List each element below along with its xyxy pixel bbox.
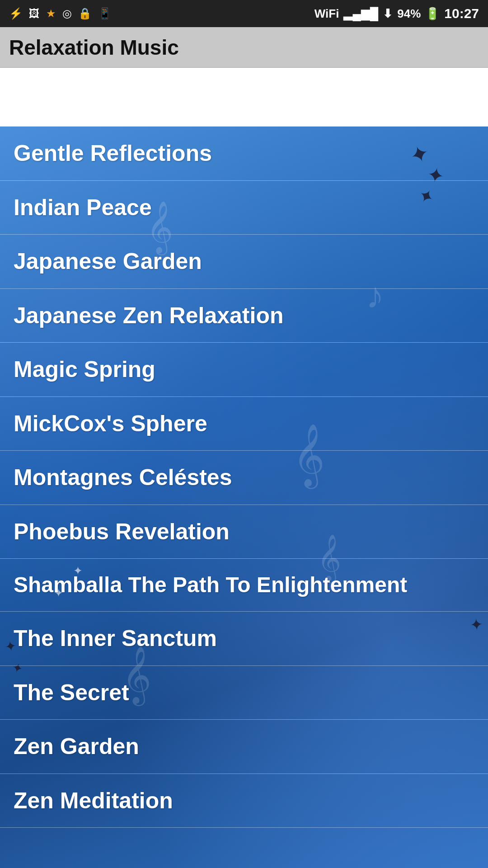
track-title: The Secret [14,680,129,705]
track-title: Magic Spring [14,357,155,382]
status-bar-right: WiFi ▂▄▆█ ⬇ 94% 🔋 10:27 [314,6,479,21]
list-item[interactable]: Phoebus Revelation [0,505,488,559]
track-title: MickCox's Sphere [14,411,207,436]
list-item[interactable]: Gentle Reflections [0,127,488,181]
list-item[interactable]: Indian Peace [0,181,488,235]
track-title: Gentle Reflections [14,141,212,166]
status-bar: ⚡ 🖼 ★ ◎ 🔒 📱 WiFi ▂▄▆█ ⬇ 94% 🔋 10:27 [0,0,488,27]
star-icon: ★ [46,7,56,20]
track-title: Shamballa The Path To Enlightenment [14,573,407,597]
page-title: Relaxation Music [9,35,179,60]
list-item[interactable]: Montagnes Celéstes [0,451,488,505]
list-item[interactable]: MickCox's Sphere [0,397,488,451]
list-item[interactable]: Japanese Garden [0,235,488,289]
download-icon: ⬇ [383,7,393,21]
app-header: Relaxation Music [0,27,488,68]
track-title: Phoebus Revelation [14,519,230,544]
list-item[interactable]: Japanese Zen Relaxation [0,289,488,343]
track-title: Zen Meditation [14,788,173,813]
battery-percentage: 94% [397,7,421,21]
list-item[interactable]: Zen Garden [0,720,488,774]
track-title: Japanese Garden [14,249,202,274]
wifi-icon: WiFi [314,7,339,21]
list-item[interactable]: Zen Meditation [0,774,488,828]
music-list: 𝄞 𝄞 𝄞 𝄞 ♪ ✦ ✦ ✦ ✦ ✦ ✦ ✦ ✦ Gentle Reflect… [0,127,488,868]
battery-icon: 🔋 [425,7,440,21]
signal-icon: ▂▄▆█ [343,7,378,21]
ad-banner [0,68,488,127]
track-title: Japanese Zen Relaxation [14,303,283,328]
list-item[interactable]: Shamballa The Path To Enlightenment [0,559,488,612]
track-title: Zen Garden [14,734,139,759]
image-icon: 🖼 [29,7,40,20]
time-display: 10:27 [444,6,479,21]
status-bar-left: ⚡ 🖼 ★ ◎ 🔒 📱 [9,7,112,20]
chrome-icon: ◎ [62,7,72,20]
vpn-icon: 🔒 [78,7,92,20]
list-item[interactable]: The Inner Sanctum [0,612,488,666]
tablet-icon: 📱 [98,7,112,20]
track-title: The Inner Sanctum [14,626,217,651]
track-title: Montagnes Celéstes [14,465,232,490]
track-title: Indian Peace [14,195,152,220]
list-item[interactable]: The Secret [0,666,488,720]
usb-icon: ⚡ [9,7,23,20]
list-item[interactable]: Magic Spring [0,343,488,397]
